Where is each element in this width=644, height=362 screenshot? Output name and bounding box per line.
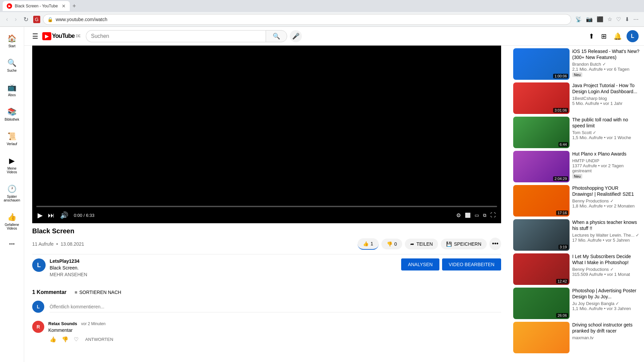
like-button[interactable]: 👍 1: [358, 238, 379, 250]
favorites-icon[interactable]: ☆: [606, 15, 613, 24]
browser-nav-icons: 📡 📷 ⬛ ☆ ♡ ⬇ ⋯: [574, 15, 640, 24]
video-player[interactable]: ▶ ⏭ 🔊 0:00 / 6:33 ⚙ ⬜ ▭: [32, 46, 501, 223]
cast-icon[interactable]: 📡: [574, 15, 583, 24]
recommendations-panel: 1:00:06 iOS 15 Released - What's New? (3…: [509, 46, 644, 362]
comment-heart-button[interactable]: ♡: [72, 335, 80, 344]
recommendation-item[interactable]: 2:04:29 Hut Plano x Plano Awards HMTP UN…: [513, 151, 640, 182]
more-icon: •••: [9, 241, 15, 247]
video-meta-separator: •: [56, 241, 58, 247]
sidebar-item-liked[interactable]: 👍 Gefallene Videos: [1, 208, 23, 235]
more-options-button[interactable]: •••: [489, 238, 501, 250]
back-button[interactable]: ‹: [4, 14, 10, 24]
recommendation-item[interactable]: 1:00:06 iOS 15 Released - What's New? (3…: [513, 48, 640, 80]
comment-text: Kommentar: [48, 327, 501, 333]
sidebar-item-history[interactable]: 📜 Verlauf: [1, 127, 23, 150]
yt-logo-icon: ▶: [42, 32, 51, 40]
sidebar-item-my-videos[interactable]: ▶ Meine Videos: [1, 152, 23, 179]
refresh-button[interactable]: ↻: [21, 14, 31, 24]
miniplayer-button[interactable]: ⬜: [464, 211, 472, 219]
video-icon: ▶: [9, 157, 15, 165]
download-icon[interactable]: ⬇: [624, 15, 631, 24]
address-bar[interactable]: 🔒: [43, 14, 571, 25]
recommendation-item[interactable]: 6:44 The public toll road with no speed …: [513, 117, 640, 148]
hamburger-button[interactable]: ☰: [30, 29, 41, 43]
video-info: Black Screen 11 Aufrufe • 13.08.2021 👍 1: [32, 223, 501, 285]
picture-in-picture-button[interactable]: ⧉: [482, 211, 488, 220]
comment-like-button[interactable]: 👍: [48, 335, 58, 344]
upload-button[interactable]: ⬆: [587, 30, 596, 42]
recommendation-item[interactable]: 3:19 When a physics teacher knows his st…: [513, 219, 640, 251]
user-avatar-button[interactable]: L: [627, 30, 639, 42]
mute-button[interactable]: 🔊: [59, 210, 70, 221]
browser-extension-icon[interactable]: ⬛: [595, 15, 605, 24]
fullscreen-button[interactable]: ⛶: [489, 211, 497, 220]
theater-button[interactable]: ▭: [473, 211, 480, 219]
next-button[interactable]: ⏭: [47, 210, 56, 221]
search-input[interactable]: [86, 30, 266, 42]
channel-avatar[interactable]: L: [32, 258, 46, 272]
thumbup-icon: 👍: [363, 241, 369, 246]
sidebar-item-subscriptions[interactable]: 📺 Abos: [1, 78, 23, 102]
sidebar-item-library[interactable]: 📚 Bibliothek: [1, 103, 23, 126]
recommendation-item[interactable]: 17:16 Photoshopping YOUR Drawings! | Rea…: [513, 185, 640, 217]
channel-section: L LetsPlay1234 Black Screen. MEHR ANSEHE…: [32, 254, 501, 281]
yt-logo[interactable]: ▶ YouTube DE: [42, 32, 80, 40]
mic-button[interactable]: 🎤: [290, 30, 302, 42]
rec-channel: Benny Productions ✓: [572, 267, 640, 272]
rec-channel: Benny Productions ✓: [572, 198, 640, 203]
address-input[interactable]: [56, 17, 567, 22]
recommendation-item[interactable]: 26:06 Photoshop | Advertising Poster Des…: [513, 288, 640, 319]
rec-duration: 6:44: [558, 142, 568, 147]
total-time: 6:33: [86, 213, 94, 218]
comment-dislike-button[interactable]: 👎: [60, 335, 70, 344]
settings-button[interactable]: ⚙: [455, 211, 462, 220]
tab-close-button[interactable]: ✕: [62, 3, 66, 9]
reply-button[interactable]: ANTWORTEN: [83, 336, 116, 343]
menu-icon[interactable]: ⋯: [632, 15, 640, 24]
share-button[interactable]: ➦ TEILEN: [405, 239, 438, 249]
rec-title: Java Project Tutorial - How To Design Lo…: [572, 82, 640, 95]
rec-channel: Ju Joy Design Bangla ✓: [572, 301, 640, 306]
bearbeiten-button[interactable]: VIDEO BEARBEITEN: [442, 258, 501, 270]
sort-button[interactable]: ≡ SORTIEREN NACH: [74, 290, 121, 295]
comments-count: 1 Kommentar: [32, 289, 66, 295]
new-tab-button[interactable]: +: [70, 3, 79, 10]
video-date: 13.08.2021: [61, 241, 84, 247]
comment-actions: 👍 👎 ♡ ANTWORTEN: [48, 335, 501, 344]
active-tab[interactable]: ▶ Black Screen - YouTube ✕: [3, 1, 70, 11]
yt-main-area: ▶ ⏭ 🔊 0:00 / 6:33 ⚙ ⬜ ▭: [24, 46, 644, 362]
apps-button[interactable]: ⊞: [599, 30, 609, 42]
extensions-button[interactable]: G: [33, 16, 40, 23]
commenter-avatar: L: [32, 301, 44, 313]
notifications-button[interactable]: 🔔: [611, 30, 624, 42]
sidebar-home-label: Start: [8, 44, 15, 48]
rec-thumbnail: 6:44: [513, 117, 570, 148]
sidebar-library-label: Bibliothek: [5, 118, 19, 121]
time-display: 0:00 / 6:33: [74, 213, 94, 218]
sidebar-item-watchlater[interactable]: 🕐 Später anschauen: [1, 180, 23, 207]
sidebar-item-home[interactable]: 🏠 Start: [1, 29, 23, 53]
sidebar-item-more[interactable]: •••: [1, 236, 23, 252]
dislike-button[interactable]: 👎 0: [381, 239, 402, 249]
rec-channel: Tom Scott ✓: [572, 130, 640, 135]
recommendation-item[interactable]: Driving school instructor gets pranked b…: [513, 322, 640, 353]
recommendation-item[interactable]: 12:42 I Let My Subscribers Decide What I…: [513, 253, 640, 285]
analysen-button[interactable]: ANALYSEN: [401, 258, 439, 270]
play-button[interactable]: ▶: [36, 210, 44, 221]
comment-body: Relax Sounds vor 2 Minuten Kommentar 👍 👎…: [48, 321, 501, 344]
channel-name[interactable]: LetsPlay1234: [50, 258, 79, 264]
channel-info: L LetsPlay1234 Black Screen. MEHR ANSEHE…: [32, 258, 87, 277]
sidebar-item-search[interactable]: 🔍 Suche: [1, 54, 23, 77]
search-button[interactable]: 🔍: [266, 30, 287, 42]
save-button[interactable]: 💾 SPEICHERN: [441, 239, 487, 249]
recommendation-item[interactable]: 3:01:06 Java Project Tutorial - How To D…: [513, 82, 640, 114]
comment-input[interactable]: [50, 301, 501, 312]
lock-icon: 🔒: [47, 17, 53, 22]
browser-window: ▶ Black Screen - YouTube ✕ + ‹ › ↻ G 🔒 📡…: [0, 0, 644, 27]
rec-title: When a physics teacher knows his stuff !…: [572, 219, 640, 231]
screenshot-icon[interactable]: 📷: [585, 15, 594, 24]
heart-icon[interactable]: ♡: [615, 15, 622, 24]
mehr-link[interactable]: MEHR ANSEHEN: [50, 272, 87, 277]
forward-button[interactable]: ›: [13, 14, 19, 24]
share-label: TEILEN: [416, 241, 433, 247]
